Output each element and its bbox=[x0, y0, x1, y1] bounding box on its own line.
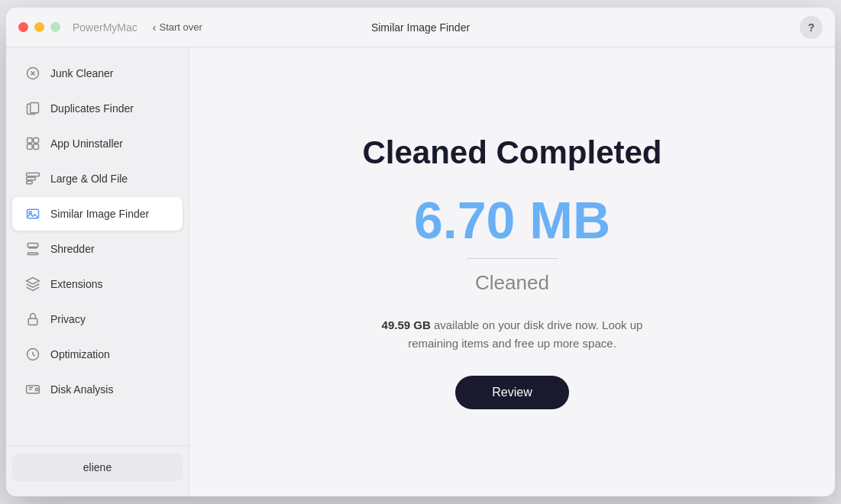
maximize-button[interactable] bbox=[50, 22, 60, 32]
similar-image-finder-icon bbox=[24, 205, 41, 222]
help-button[interactable]: ? bbox=[800, 16, 823, 39]
svg-rect-12 bbox=[27, 244, 37, 247]
sidebar-item-label: Large & Old File bbox=[50, 173, 128, 185]
svg-rect-3 bbox=[27, 138, 33, 144]
disk-info: 49.59 GB available on your disk drive no… bbox=[367, 316, 658, 353]
app-uninstaller-icon bbox=[24, 135, 41, 152]
svg-point-17 bbox=[35, 388, 37, 390]
sidebar-item-similar-image-finder[interactable]: Similar Image Finder bbox=[12, 197, 183, 231]
duplicates-finder-icon bbox=[24, 100, 41, 117]
sidebar-item-label: Extensions bbox=[50, 278, 102, 290]
sidebar-item-label: Privacy bbox=[50, 313, 86, 325]
sidebar-item-label: App Uninstaller bbox=[50, 137, 123, 150]
sidebar-item-app-uninstaller[interactable]: App Uninstaller bbox=[12, 127, 183, 160]
disk-size: 49.59 GB bbox=[382, 318, 431, 331]
start-over-button[interactable]: ‹ Start over bbox=[153, 21, 202, 34]
user-button[interactable]: eliene bbox=[12, 454, 183, 481]
sidebar-items: Junk Cleaner Duplicates Finder bbox=[6, 55, 189, 445]
sidebar-item-label: Optimization bbox=[50, 348, 110, 360]
cleaned-title: Cleaned Completed bbox=[362, 134, 661, 171]
svg-rect-5 bbox=[27, 144, 33, 150]
disk-analysis-icon bbox=[24, 381, 41, 398]
size-divider bbox=[467, 258, 558, 259]
privacy-icon bbox=[24, 311, 41, 328]
sidebar-item-junk-cleaner[interactable]: Junk Cleaner bbox=[12, 57, 183, 90]
extensions-icon bbox=[24, 276, 41, 292]
sidebar-item-label: Disk Analysis bbox=[50, 383, 113, 396]
help-icon: ? bbox=[808, 21, 815, 34]
app-name: PowerMyMac bbox=[73, 21, 137, 34]
app-window: PowerMyMac ‹ Start over Similar Image Fi… bbox=[6, 8, 835, 496]
svg-rect-13 bbox=[27, 253, 37, 255]
review-button[interactable]: Review bbox=[455, 376, 568, 409]
sidebar-item-privacy[interactable]: Privacy bbox=[12, 302, 183, 336]
sidebar-item-label: Junk Cleaner bbox=[50, 67, 114, 79]
svg-rect-9 bbox=[27, 181, 33, 183]
sidebar-item-shredder[interactable]: Shredder bbox=[12, 232, 183, 266]
svg-rect-7 bbox=[27, 173, 40, 176]
sidebar-item-disk-analysis[interactable]: Disk Analysis bbox=[12, 373, 183, 406]
sidebar: Junk Cleaner Duplicates Finder bbox=[6, 47, 189, 496]
sidebar-item-label: Shredder bbox=[50, 243, 95, 255]
large-old-file-icon bbox=[24, 170, 41, 187]
sidebar-item-large-old-file[interactable]: Large & Old File bbox=[12, 162, 183, 195]
svg-rect-16 bbox=[27, 386, 40, 393]
cleaned-label: Cleaned bbox=[475, 271, 549, 295]
sidebar-item-label: Duplicates Finder bbox=[50, 102, 134, 115]
svg-rect-2 bbox=[31, 103, 39, 113]
shredder-icon bbox=[24, 241, 41, 257]
disk-message: available on your disk drive now. Look u… bbox=[408, 318, 642, 350]
content-area: Cleaned Completed 6.70 MB Cleaned 49.59 … bbox=[189, 47, 835, 496]
sidebar-footer: eliene bbox=[6, 445, 189, 489]
sidebar-item-label: Similar Image Finder bbox=[50, 208, 149, 220]
optimization-icon bbox=[24, 346, 41, 363]
sidebar-item-extensions[interactable]: Extensions bbox=[12, 267, 183, 301]
main-area: Junk Cleaner Duplicates Finder bbox=[6, 47, 835, 496]
start-over-label: Start over bbox=[159, 21, 202, 33]
traffic-lights bbox=[18, 22, 60, 32]
sidebar-item-duplicates-finder[interactable]: Duplicates Finder bbox=[12, 92, 183, 125]
svg-rect-4 bbox=[34, 138, 39, 144]
junk-cleaner-icon bbox=[24, 65, 41, 82]
window-title: Similar Image Finder bbox=[371, 21, 470, 34]
close-button[interactable] bbox=[18, 22, 28, 32]
chevron-left-icon: ‹ bbox=[153, 21, 157, 34]
svg-rect-14 bbox=[28, 318, 37, 325]
titlebar: PowerMyMac ‹ Start over Similar Image Fi… bbox=[6, 8, 835, 47]
svg-rect-8 bbox=[27, 177, 36, 179]
cleaned-size: 6.70 MB bbox=[414, 194, 610, 246]
sidebar-item-optimization[interactable]: Optimization bbox=[12, 338, 183, 371]
minimize-button[interactable] bbox=[34, 22, 44, 32]
svg-rect-6 bbox=[34, 144, 39, 150]
